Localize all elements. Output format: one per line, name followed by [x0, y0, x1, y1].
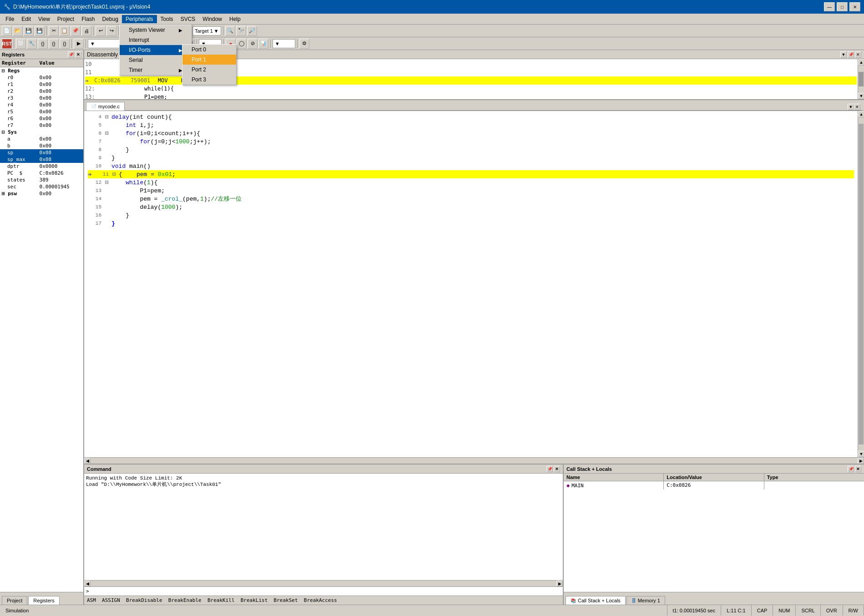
table-row: b0x00	[0, 142, 83, 149]
t2-settings-btn[interactable]: ⚙	[299, 39, 309, 49]
t2-right-dropdown[interactable]: ▼	[273, 39, 295, 48]
command-title: Command	[87, 466, 111, 472]
tab-registers[interactable]: Registers	[28, 596, 59, 605]
cs-row-type	[764, 481, 864, 490]
menu-tools[interactable]: Tools	[157, 15, 177, 23]
editor-close-btn[interactable]: ▼	[848, 104, 854, 110]
zoom-btn[interactable]: 🔎	[247, 26, 257, 36]
disassembly-scrollbar[interactable]: ▲ ▼	[858, 59, 864, 99]
menu-io-ports[interactable]: I/O-Ports ▶	[120, 45, 192, 55]
code-line-4: 4 ⊟ delay(int count){	[88, 113, 854, 121]
tab-mycode[interactable]: 📄 mycode.c	[86, 102, 125, 111]
editor-scrollbar[interactable]: ▲ ▼	[858, 111, 864, 457]
editor-hscrollbar[interactable]: ◀ ▶	[84, 457, 864, 464]
undo-btn[interactable]: ↩	[96, 26, 106, 36]
print-btn[interactable]: 🖨	[81, 26, 91, 36]
disasm-while: while(1){	[99, 86, 174, 92]
cs-row-location: C:0x0826	[664, 481, 764, 490]
editor-tab-bar: 📄 mycode.c ▼ ✕	[84, 100, 864, 111]
t2-stop-btn[interactable]: ◯	[237, 39, 247, 49]
disasm-row: 12: while(1){	[85, 85, 857, 93]
t2-btn2[interactable]: 🔧	[27, 39, 37, 49]
rst-btn[interactable]: RST	[2, 39, 12, 49]
save-all-btn[interactable]: 💾	[35, 26, 45, 36]
code-line-14: 14 pem = _crol_(pem,1);//左移一位	[88, 195, 854, 203]
menu-peripherals[interactable]: Peripherals	[122, 15, 157, 23]
menu-edit[interactable]: Edit	[18, 15, 35, 23]
open-file-btn[interactable]: 📂	[13, 26, 23, 36]
menu-port1[interactable]: Port 1	[182, 55, 236, 65]
memory1-tab-label: Memory 1	[638, 598, 660, 603]
reg-psw-expand[interactable]: ⊞ psw	[0, 190, 38, 197]
code-line-5: 5 int i,j;	[88, 121, 854, 129]
menu-window[interactable]: Window	[199, 15, 226, 23]
disassembly-title: Disassembly	[87, 51, 118, 58]
menu-system-viewer[interactable]: System Viewer ▶	[120, 25, 192, 35]
cs-empty-area	[564, 490, 864, 592]
find-btn[interactable]: 🔭	[236, 26, 246, 36]
command-pin-btn[interactable]: 📌	[546, 466, 553, 472]
t2-btn3[interactable]: {}	[38, 39, 48, 49]
reg-col-value: Value	[38, 59, 83, 67]
menu-svcs[interactable]: SVCS	[177, 15, 199, 23]
copy-btn[interactable]: 📋	[60, 26, 70, 36]
port0-label: Port 0	[192, 46, 206, 53]
menu-port0[interactable]: Port 0	[182, 45, 236, 55]
code-editor: 4 ⊟ delay(int count){ 5 int i,j; 6 ⊟	[84, 111, 864, 457]
t2-sep-7	[270, 39, 271, 48]
tab-memory1[interactable]: 🗄 Memory 1	[627, 596, 665, 605]
menu-timer[interactable]: Timer ▶	[120, 65, 192, 75]
t2-analyze-btn[interactable]: 📊	[258, 39, 268, 49]
menu-file[interactable]: File	[2, 15, 18, 23]
search-btn[interactable]: 🔍	[225, 26, 235, 36]
tab-project[interactable]: Project	[2, 596, 27, 605]
app-icon: 🔧	[4, 4, 10, 10]
command-close-btn[interactable]: ✕	[554, 466, 560, 472]
table-row: r10x00	[0, 81, 83, 88]
menu-help[interactable]: Help	[226, 15, 244, 23]
new-file-btn[interactable]: 📄	[2, 26, 12, 36]
menu-debug[interactable]: Debug	[99, 15, 122, 23]
menu-serial[interactable]: Serial	[120, 55, 192, 65]
disassembly-dropdown-btn[interactable]: ▼	[840, 51, 847, 58]
code-line-6: 6 ⊟ for(i=0;i<count;i++){	[88, 129, 854, 137]
menu-interrupt[interactable]: Interrupt	[120, 35, 192, 45]
menu-port3[interactable]: Port 3	[182, 75, 236, 85]
maximize-button[interactable]: □	[837, 2, 848, 11]
t2-btn4[interactable]: {}	[49, 39, 59, 49]
run-btn[interactable]: ▶	[74, 39, 84, 49]
registers-pin-btn[interactable]: 📌	[68, 51, 74, 58]
callstack-close-btn[interactable]: ✕	[855, 466, 861, 472]
close-button[interactable]: ✕	[849, 2, 860, 11]
menu-view[interactable]: View	[35, 15, 54, 23]
reg-group-sys: ⊟ Sys	[0, 129, 38, 136]
reg-col-name: Register	[0, 59, 38, 67]
redo-btn[interactable]: ↪	[106, 26, 116, 36]
code-scroll[interactable]: 4 ⊟ delay(int count){ 5 int i,j; 6 ⊟	[84, 111, 858, 457]
menu-project[interactable]: Project	[54, 15, 78, 23]
callstack-pin-btn[interactable]: 📌	[848, 466, 854, 472]
tab-controls: ▼ ✕	[125, 104, 862, 111]
paste-btn[interactable]: 📌	[71, 26, 81, 36]
menu-port2[interactable]: Port 2	[182, 65, 236, 75]
editor-float-btn[interactable]: ✕	[854, 104, 860, 110]
tab-callstack[interactable]: 📚 Call Stack + Locals	[566, 596, 626, 605]
menu-flash[interactable]: Flash	[78, 15, 98, 23]
title-text: 🔧 D:\MyHomework\单片机\project\Task01.uvpro…	[4, 3, 150, 11]
target-dropdown[interactable]: Target 1 ▼	[192, 26, 221, 35]
cmd-input-row: >	[84, 586, 563, 596]
disassembly-close-btn[interactable]: ✕	[855, 51, 861, 58]
minimize-button[interactable]: —	[824, 2, 835, 11]
code-line-7: 7 for(j=0;j<1000;j++);	[88, 137, 854, 146]
registers-title: Registers	[2, 52, 25, 57]
registers-close-btn[interactable]: ✕	[75, 51, 81, 58]
toolbar-sep-6	[223, 26, 223, 35]
t2-btn1[interactable]: ⬜	[16, 39, 26, 49]
t2-pause-btn[interactable]: ⊘	[248, 39, 258, 49]
cmd-hscrollbar[interactable]: ◀ ▶	[84, 580, 563, 586]
disassembly-pin-btn[interactable]: 📌	[848, 51, 854, 58]
cut-btn[interactable]: ✂	[49, 26, 59, 36]
code-line-9: 9 }	[88, 154, 854, 162]
t2-btn5[interactable]: {}	[60, 39, 70, 49]
save-btn[interactable]: 💾	[24, 26, 34, 36]
